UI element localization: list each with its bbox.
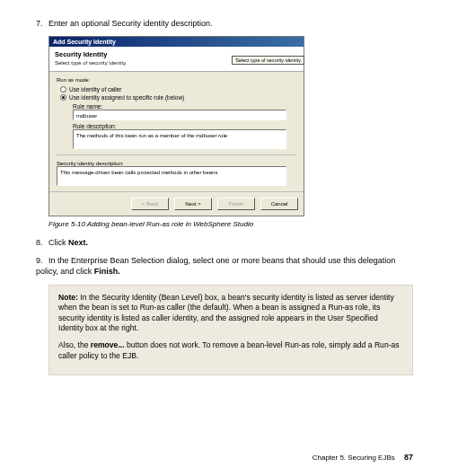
radio-caller-label: Use identity of caller [69,86,122,93]
note-p2: Also, the remove... button does not work… [58,340,403,361]
radio-caller-row[interactable]: Use identity of caller [60,86,296,93]
dialog-button-row: < Back Next > Finish Cancel [49,191,304,216]
dialog-callout: Select type of security identity [232,56,304,65]
radio-specific-label: Use identity assigned to specific role (… [69,94,184,101]
radio-caller-icon[interactable] [60,86,66,93]
dialog-body: Run as mode: Use identity of caller Use … [49,72,304,191]
dialog-separator [57,154,296,155]
dialog-titlebar: Add Security Identity [49,37,304,47]
step-8: 8.Click Next. [36,237,413,248]
step-9-text: In the Enterprise Bean Selection dialog,… [36,256,395,276]
radio-specific-row[interactable]: Use identity assigned to specific role (… [60,94,296,101]
dialog-add-security-identity: Add Security Identity Security Identity … [48,36,304,216]
note-p2-bold: remove... [91,340,125,349]
step-8-text: Click Next. [48,238,88,247]
note-p1-text: In the Security Identity (Bean Level) bo… [58,293,394,333]
finish-button[interactable]: Finish [217,198,255,210]
next-button[interactable]: Next > [174,198,212,210]
step-7-num: 7. [36,18,48,29]
step-9-bold: Finish. [94,267,120,276]
step-8-prefix: Click [48,238,68,247]
footer-page: 87 [404,453,413,462]
role-name-label: Role name: [73,103,296,110]
page-footer: Chapter 5. Securing EJBs 87 [313,453,413,462]
step-9: 9.In the Enterprise Bean Selection dialo… [36,255,413,277]
runas-group-label: Run as mode: [57,77,296,83]
note-p1: Note: In the Security Identity (Bean Lev… [58,293,403,334]
note-label: Note: [58,293,78,302]
step-9-prefix: In the Enterprise Bean Selection dialog,… [36,256,395,276]
radio-specific-icon[interactable] [60,94,66,101]
role-desc-input[interactable]: The methods of this bean run as a member… [73,129,286,149]
step-7-text: Enter an optional Security identity desc… [48,19,213,28]
step-8-num: 8. [36,237,48,248]
footer-chapter: Chapter 5. Securing EJBs [313,454,395,462]
back-button[interactable]: < Back [131,198,169,210]
sec-desc-input[interactable]: This message-driven bean calls protected… [57,166,286,186]
dialog-header: Security Identity Select type of securit… [49,47,304,72]
note-box: Note: In the Security Identity (Bean Lev… [48,285,413,376]
step-7: 7.Enter an optional Security identity de… [36,18,413,29]
step-8-bold: Next. [68,238,88,247]
cancel-button[interactable]: Cancel [260,198,298,210]
role-name-input[interactable]: mdbuser [73,110,286,120]
role-desc-label: Role description: [73,123,296,129]
figure-caption: Figure 5-10 Adding bean-level Run-as rol… [48,220,413,228]
step-9-num: 9. [36,255,48,266]
note-p2-prefix: Also, the [58,340,91,349]
